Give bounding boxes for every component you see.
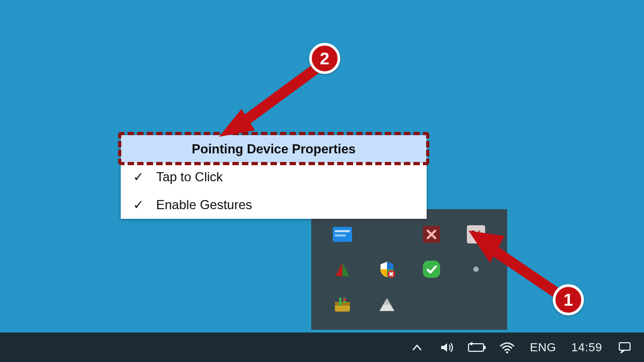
app-icon-blue[interactable] [332,224,353,245]
language-text: ENG [530,341,556,354]
menu-item-tap-to-click[interactable]: ✓ Tap to Click [121,163,427,191]
taskbar: ENG 14:59 [0,333,644,362]
svg-rect-2 [335,234,346,237]
svg-point-10 [473,267,479,272]
svg-marker-14 [342,298,347,301]
show-hidden-chevron-icon[interactable] [405,333,429,362]
svg-text:V: V [472,227,481,241]
menu-item-label: Tap to Click [156,169,417,184]
close-red-icon[interactable] [421,224,442,245]
svg-rect-9 [423,261,440,278]
svg-marker-7 [335,262,342,276]
svg-marker-16 [383,298,391,305]
svg-point-21 [506,351,508,353]
svg-rect-1 [335,230,350,232]
download-box-icon[interactable] [332,294,353,315]
svg-rect-20 [484,346,486,349]
battery-icon[interactable] [465,333,489,362]
wifi-dot-icon[interactable] [465,258,487,280]
menu-item-enable-gestures[interactable]: ✓ Enable Gestures [121,191,427,219]
volume-icon[interactable] [435,333,459,362]
menu-item-label: Enable Gestures [156,197,417,212]
check-icon: ✓ [130,197,147,212]
check-green-icon[interactable] [421,258,442,280]
check-icon: ✓ [130,169,147,184]
taskbar-clock[interactable]: 14:59 [567,341,606,354]
drive-triangle-icon[interactable] [376,294,398,315]
svg-rect-22 [619,343,630,350]
menu-item-pointing-device-properties[interactable]: Pointing Device Properties [121,135,427,163]
touchpad-context-menu: Pointing Device Properties ✓ Tap to Clic… [121,135,427,219]
action-center-icon[interactable] [613,333,636,362]
menu-item-label: Pointing Device Properties [130,142,417,157]
security-shield-icon[interactable] [376,258,398,280]
clock-text: 14:59 [571,341,602,354]
tray-empty-slot [421,294,442,315]
tray-empty-slot [376,224,398,245]
wifi-icon[interactable] [495,333,519,362]
v-badge-icon[interactable]: V [465,224,487,245]
tray-hidden-icons-flyout: V [311,209,507,330]
svg-rect-12 [335,302,350,306]
tray-empty-slot [465,294,487,315]
taskbar-language-indicator[interactable]: ENG [525,341,560,354]
triangle-icon[interactable] [332,258,353,280]
